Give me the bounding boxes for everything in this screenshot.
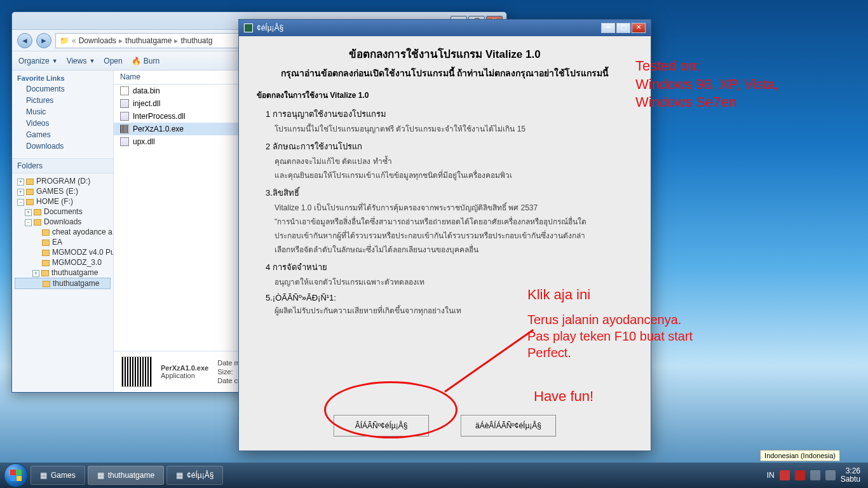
file-icon bbox=[120, 86, 129, 95]
folder-icon bbox=[42, 229, 50, 236]
folder-icon bbox=[42, 240, 50, 246]
app-icon bbox=[244, 24, 253, 32]
start-button[interactable] bbox=[4, 463, 28, 487]
folder-icon bbox=[41, 270, 49, 276]
decline-button[interactable]: äÁèÂÍÁÃÑº¢éÍµ¡Å§ bbox=[461, 415, 556, 437]
tree-item[interactable]: -HOME (F:) bbox=[15, 196, 111, 207]
folder-icon bbox=[42, 260, 50, 266]
taskbar-app-icon: ▦ bbox=[40, 471, 47, 480]
folders-header[interactable]: Folders bbox=[12, 158, 113, 173]
taskbar-clock[interactable]: 3:26 Sabtu bbox=[841, 467, 860, 484]
vitalize-dialog: ¢éÍµ¡Å§ ━ ▢ ✕ ข้อตกลงการใช้งานโปรแกรม Vi… bbox=[238, 19, 651, 451]
tree-expand-icon[interactable]: + bbox=[17, 179, 24, 186]
file-icon bbox=[120, 112, 129, 121]
tree-item[interactable]: +GAMES (E:) bbox=[15, 186, 111, 196]
folder-tree[interactable]: +PROGRAM (D:)+GAMES (E:)-HOME (F:)+Docum… bbox=[12, 173, 113, 392]
folder-icon: 📁 bbox=[60, 36, 69, 45]
file-thumb-icon bbox=[121, 356, 152, 387]
sidebar-item-games[interactable]: Games bbox=[12, 129, 113, 140]
taskbar-item[interactable]: ▦thuthuatgame bbox=[88, 466, 164, 485]
tree-item[interactable]: EA bbox=[15, 237, 111, 247]
views-button[interactable]: Views▼ bbox=[67, 57, 95, 65]
taskbar-item[interactable]: ▦¢éÍµ¡Å§ bbox=[166, 466, 223, 485]
tree-item[interactable]: +thuthuatgame bbox=[15, 268, 111, 278]
dialog-heading: ข้อตกลงการใช้งานโปรแกรม Vitalize 1.0 bbox=[257, 45, 633, 62]
tray-icon[interactable] bbox=[780, 470, 790, 480]
system-tray: IN 3:26 Sabtu bbox=[767, 467, 864, 484]
file-icon bbox=[120, 99, 129, 108]
tree-item[interactable]: MGMODZ_3.0 bbox=[15, 257, 111, 268]
tree-item[interactable]: thuthuatgame bbox=[15, 278, 111, 289]
tree-item[interactable]: MGMODZ v4.0 Pu bbox=[15, 247, 111, 257]
dialog-minimize-button[interactable]: ━ bbox=[601, 23, 615, 33]
taskbar-app-icon: ▦ bbox=[176, 471, 183, 480]
details-name: PerXzA1.0.exe bbox=[161, 364, 208, 372]
crumb[interactable]: thuthuatg bbox=[180, 36, 212, 45]
sidebar-item-downloads[interactable]: Downloads bbox=[12, 140, 113, 152]
tray-network-icon[interactable] bbox=[810, 470, 820, 480]
lang-indicator[interactable]: IN bbox=[767, 471, 775, 480]
dialog-buttons: ÂÍÁÃÑº¢éÍµ¡Å§ äÁèÂÍÁÃÑº¢éÍµ¡Å§ bbox=[239, 406, 651, 451]
folder-icon bbox=[26, 179, 34, 185]
favorites-header: Favorite Links bbox=[12, 71, 113, 83]
sidebar-item-music[interactable]: Music bbox=[12, 106, 113, 118]
dialog-titlebar[interactable]: ¢éÍµ¡Å§ ━ ▢ ✕ bbox=[239, 20, 651, 36]
taskbar: ▦Games▦thuthuatgame▦¢éÍµ¡Å§ IN 3:26 Sabt… bbox=[0, 463, 868, 488]
dialog-maximize-button[interactable]: ▢ bbox=[616, 23, 630, 33]
lang-tooltip: Indonesian (Indonesia) bbox=[760, 450, 840, 461]
windows-logo-icon bbox=[10, 470, 22, 481]
folder-icon bbox=[26, 199, 34, 205]
sidebar-item-videos[interactable]: Videos bbox=[12, 118, 113, 129]
taskbar-item[interactable]: ▦Games bbox=[31, 466, 85, 485]
taskbar-app-icon: ▦ bbox=[97, 471, 104, 480]
dialog-subheading: กรุณาอ่านข้อตกลงก่อนเปิดใช้งานโปรแกรมนี้… bbox=[257, 66, 633, 80]
crumb[interactable]: thuthuatgame bbox=[125, 36, 172, 45]
tree-item[interactable]: +PROGRAM (D:) bbox=[15, 176, 111, 186]
folder-icon bbox=[42, 250, 50, 256]
dialog-close-button[interactable]: ✕ bbox=[632, 23, 646, 33]
folder-icon bbox=[26, 189, 34, 195]
dialog-title: ¢éÍµ¡Å§ bbox=[257, 24, 283, 32]
folder-icon bbox=[43, 281, 50, 287]
folder-icon bbox=[34, 219, 41, 226]
sidebar-item-pictures[interactable]: Pictures bbox=[12, 95, 113, 106]
accept-button[interactable]: ÂÍÁÃÑº¢éÍµ¡Å§ bbox=[334, 415, 429, 437]
open-button[interactable]: Open bbox=[104, 57, 122, 65]
explorer-sidebar: Favorite Links DocumentsPicturesMusicVid… bbox=[12, 71, 114, 392]
folder-icon bbox=[34, 209, 41, 215]
tree-item[interactable]: +Documents bbox=[15, 207, 111, 217]
crumb[interactable]: Downloads bbox=[79, 36, 116, 45]
tray-volume-icon[interactable] bbox=[825, 470, 836, 480]
tree-item[interactable]: cheat ayodance a bbox=[15, 227, 111, 237]
dialog-section-label: ข้อตกลงในการใช้งาน Vitalize 1.0 bbox=[257, 89, 633, 101]
burn-button[interactable]: 🔥 Burn bbox=[132, 57, 159, 65]
annotation-tested: Tested on: Windows 98, XP, Vista, Window… bbox=[635, 57, 778, 112]
tree-expand-icon[interactable]: - bbox=[25, 219, 32, 226]
file-icon bbox=[120, 125, 129, 133]
file-icon bbox=[120, 137, 129, 146]
dialog-body: ข้อตกลงการใช้งานโปรแกรม Vitalize 1.0 กรุ… bbox=[239, 36, 651, 406]
tree-expand-icon[interactable]: + bbox=[17, 189, 24, 196]
sidebar-item-documents[interactable]: Documents bbox=[12, 83, 113, 95]
nav-forward-icon[interactable]: ► bbox=[36, 33, 51, 48]
tree-expand-icon[interactable]: - bbox=[17, 199, 24, 206]
tree-item[interactable]: -Downloads bbox=[15, 217, 111, 227]
organize-button[interactable]: Organize▼ bbox=[18, 57, 58, 65]
tree-expand-icon[interactable]: + bbox=[25, 209, 32, 216]
tray-ati-icon[interactable] bbox=[795, 470, 805, 480]
tree-expand-icon[interactable]: + bbox=[32, 270, 39, 277]
nav-back-icon[interactable]: ◄ bbox=[17, 33, 32, 48]
details-type: Application bbox=[161, 372, 208, 379]
